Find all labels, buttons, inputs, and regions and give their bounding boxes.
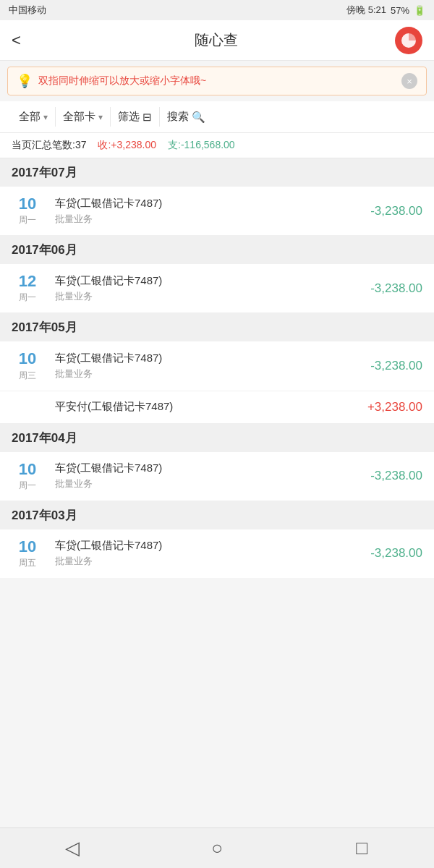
filter-all[interactable]: 全部 ▾	[12, 107, 56, 127]
date-day: 10	[19, 195, 36, 213]
date-weekday: 周三	[19, 370, 36, 382]
summary-bar: 当页汇总笔数:37 收:+3,238.00 支:-116,568.00	[0, 133, 434, 158]
filter-screen[interactable]: 筛选 ⊟	[111, 107, 160, 127]
pie-chart-icon	[400, 32, 417, 49]
date-day: 10	[19, 350, 36, 367]
date-col: 10 周一	[12, 461, 43, 492]
nav-home-button[interactable]: ○	[199, 837, 235, 859]
date-col: 12 周一	[12, 273, 43, 304]
filter-card[interactable]: 全部卡 ▾	[56, 107, 111, 127]
filter-search[interactable]: 搜索 🔍	[160, 107, 213, 127]
tx-name: 车贷(工银借记卡7487)	[55, 461, 359, 475]
date-weekday: 周一	[19, 292, 36, 304]
transaction-item[interactable]: 12 周一 车贷(工银借记卡7487) 批量业务 -3,238.00	[0, 264, 434, 313]
tx-name: 车贷(工银借记卡7487)	[55, 197, 359, 210]
month-header-3: 2017年04月	[0, 424, 434, 452]
status-bar: 中国移动 傍晚 5:21 57% 🔋	[0, 0, 434, 20]
tx-name: 车贷(工银借记卡7487)	[55, 352, 359, 365]
tx-amount: -3,238.00	[370, 281, 422, 296]
transaction-item[interactable]: 10 周一 车贷(工银借记卡7487) 批量业务 -3,238.00	[0, 452, 434, 501]
tx-sub: 批量业务	[55, 367, 359, 380]
tip-content: 💡 双指同时伸缩可以放大或缩小字体哦~	[17, 73, 396, 89]
tx-info: 平安付(工银借记卡7487)	[55, 400, 356, 414]
battery-icon: 🔋	[414, 5, 425, 16]
date-day: 12	[19, 273, 36, 290]
filter-all-arrow: ▾	[43, 112, 48, 122]
tx-sub: 批量业务	[55, 213, 359, 226]
month-header-4: 2017年03月	[0, 501, 434, 529]
filter-all-label: 全部	[19, 110, 41, 124]
back-button[interactable]: <	[12, 31, 38, 50]
month-header-2: 2017年05月	[0, 313, 434, 341]
status-battery: 57%	[391, 5, 409, 16]
tx-amount: +3,238.00	[367, 400, 422, 414]
tip-icon: 💡	[17, 73, 33, 89]
date-weekday: 周一	[19, 480, 36, 492]
filter-bar: 全部 ▾ 全部卡 ▾ 筛选 ⊟ 搜索 🔍	[0, 101, 434, 133]
tip-close-button[interactable]: ×	[401, 73, 417, 89]
nav-recent-button[interactable]: □	[344, 837, 380, 859]
carrier: 中国移动	[9, 4, 46, 17]
chart-button[interactable]	[395, 27, 422, 54]
tx-name: 车贷(工银借记卡7487)	[55, 274, 359, 288]
tx-amount: -3,238.00	[370, 204, 422, 218]
bottom-nav: ◁ ○ □	[0, 827, 434, 868]
tx-info: 车贷(工银借记卡7487) 批量业务	[55, 274, 359, 303]
filter-card-label: 全部卡	[63, 110, 95, 124]
filter-card-arrow: ▾	[98, 112, 103, 122]
nav-back-button[interactable]: ◁	[54, 837, 90, 859]
tx-info: 车贷(工银借记卡7487) 批量业务	[55, 461, 359, 490]
summary-expense: 支:-116,568.00	[168, 139, 235, 152]
transaction-item[interactable]: 10 周一 车贷(工银借记卡7487) 批量业务 -3,238.00	[0, 187, 434, 236]
tx-amount: -3,238.00	[370, 469, 422, 483]
filter-screen-label: 筛选	[118, 110, 140, 124]
tx-amount: -3,238.00	[370, 546, 422, 561]
tx-info: 车贷(工银借记卡7487) 批量业务	[55, 539, 359, 568]
summary-total: 当页汇总笔数:37	[12, 139, 86, 152]
transaction-item[interactable]: 10 周三 车贷(工银借记卡7487) 批量业务 -3,238.00	[0, 341, 434, 391]
date-day: 10	[19, 461, 36, 478]
status-right: 傍晚 5:21 57% 🔋	[346, 4, 425, 17]
search-icon: 🔍	[192, 111, 205, 124]
tx-sub: 批量业务	[55, 477, 359, 490]
month-header-0: 2017年07月	[0, 158, 434, 187]
tip-bar: 💡 双指同时伸缩可以放大或缩小字体哦~ ×	[7, 67, 427, 95]
page-title: 随心查	[195, 30, 238, 50]
status-time: 傍晚 5:21	[346, 4, 386, 17]
tx-info: 车贷(工银借记卡7487) 批量业务	[55, 352, 359, 380]
transactions-list: 2017年07月 10 周一 车贷(工银借记卡7487) 批量业务 -3,238…	[0, 158, 434, 578]
summary-income: 收:+3,238.00	[98, 139, 156, 152]
tx-name: 车贷(工银借记卡7487)	[55, 539, 359, 553]
date-day: 10	[19, 538, 36, 556]
top-nav: < 随心查	[0, 20, 434, 61]
date-col: 10 周一	[12, 195, 43, 226]
tx-info: 车贷(工银借记卡7487) 批量业务	[55, 197, 359, 226]
filter-search-label: 搜索	[167, 110, 189, 124]
transaction-item[interactable]: 平安付(工银借记卡7487) +3,238.00	[0, 391, 434, 424]
date-weekday: 周五	[19, 557, 36, 569]
tip-text: 双指同时伸缩可以放大或缩小字体哦~	[38, 75, 206, 88]
tx-sub: 批量业务	[55, 555, 359, 568]
date-weekday: 周一	[19, 214, 36, 226]
month-header-1: 2017年06月	[0, 236, 434, 264]
tx-sub: 批量业务	[55, 290, 359, 303]
date-col: 10 周三	[12, 350, 43, 381]
tx-name: 平安付(工银借记卡7487)	[55, 400, 356, 414]
transaction-item[interactable]: 10 周五 车贷(工银借记卡7487) 批量业务 -3,238.00	[0, 529, 434, 578]
tx-amount: -3,238.00	[370, 359, 422, 373]
funnel-icon: ⊟	[142, 111, 152, 124]
date-col: 10 周五	[12, 538, 43, 569]
